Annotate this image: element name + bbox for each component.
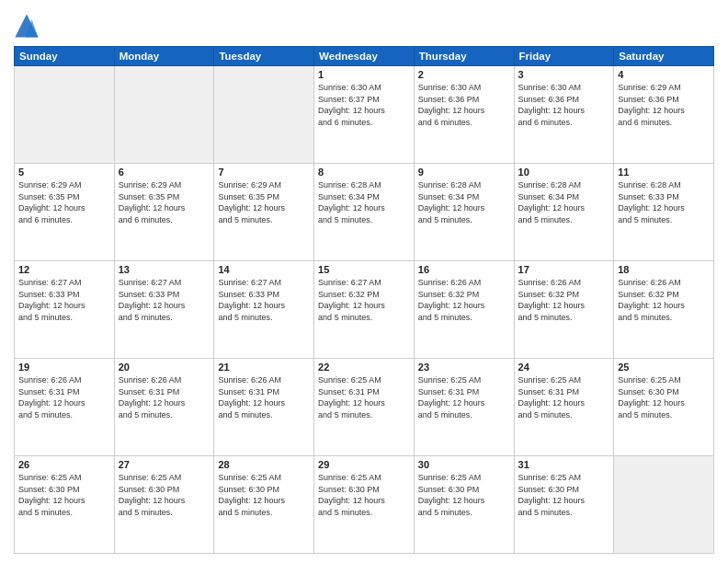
weekday-header: Monday xyxy=(114,47,214,66)
day-number: 3 xyxy=(518,69,610,80)
day-number: 7 xyxy=(218,167,310,178)
calendar-cell: 19Sunrise: 6:26 AM Sunset: 6:31 PM Dayli… xyxy=(15,359,115,456)
day-info: Sunrise: 6:25 AM Sunset: 6:30 PM Dayligh… xyxy=(119,472,210,518)
calendar-cell: 23Sunrise: 6:25 AM Sunset: 6:31 PM Dayli… xyxy=(414,359,514,456)
day-number: 9 xyxy=(418,167,510,178)
day-number: 1 xyxy=(318,69,410,80)
day-info: Sunrise: 6:28 AM Sunset: 6:33 PM Dayligh… xyxy=(618,179,710,225)
day-info: Sunrise: 6:28 AM Sunset: 6:34 PM Dayligh… xyxy=(318,179,410,225)
day-info: Sunrise: 6:28 AM Sunset: 6:34 PM Dayligh… xyxy=(518,179,610,225)
calendar-cell: 4Sunrise: 6:29 AM Sunset: 6:36 PM Daylig… xyxy=(614,66,714,164)
weekday-header: Sunday xyxy=(15,47,115,66)
logo-icon xyxy=(14,13,40,39)
day-number: 14 xyxy=(218,264,310,275)
day-number: 27 xyxy=(119,459,210,470)
day-number: 11 xyxy=(618,167,710,178)
weekday-header: Wednesday xyxy=(314,47,415,66)
day-info: Sunrise: 6:25 AM Sunset: 6:30 PM Dayligh… xyxy=(518,472,610,518)
calendar-cell: 17Sunrise: 6:26 AM Sunset: 6:32 PM Dayli… xyxy=(514,261,614,359)
day-number: 21 xyxy=(218,362,310,373)
weekday-header: Saturday xyxy=(614,47,714,66)
calendar-cell xyxy=(114,66,214,164)
calendar-cell: 27Sunrise: 6:25 AM Sunset: 6:30 PM Dayli… xyxy=(114,456,214,554)
calendar-cell xyxy=(214,66,314,164)
calendar-week-row: 12Sunrise: 6:27 AM Sunset: 6:33 PM Dayli… xyxy=(15,261,714,359)
day-info: Sunrise: 6:28 AM Sunset: 6:34 PM Dayligh… xyxy=(418,179,510,225)
calendar-cell: 16Sunrise: 6:26 AM Sunset: 6:32 PM Dayli… xyxy=(414,261,514,359)
calendar-cell: 12Sunrise: 6:27 AM Sunset: 6:33 PM Dayli… xyxy=(15,261,115,359)
calendar-cell: 20Sunrise: 6:26 AM Sunset: 6:31 PM Dayli… xyxy=(114,359,214,456)
day-info: Sunrise: 6:26 AM Sunset: 6:31 PM Dayligh… xyxy=(218,374,310,420)
day-info: Sunrise: 6:30 AM Sunset: 6:36 PM Dayligh… xyxy=(418,82,510,128)
calendar-cell: 24Sunrise: 6:25 AM Sunset: 6:31 PM Dayli… xyxy=(514,359,614,456)
day-number: 30 xyxy=(418,459,510,470)
day-number: 28 xyxy=(218,459,310,470)
day-info: Sunrise: 6:25 AM Sunset: 6:30 PM Dayligh… xyxy=(418,472,510,518)
day-info: Sunrise: 6:25 AM Sunset: 6:31 PM Dayligh… xyxy=(418,374,510,420)
day-number: 22 xyxy=(318,362,410,373)
weekday-header: Tuesday xyxy=(214,47,314,66)
day-number: 18 xyxy=(618,264,710,275)
day-number: 2 xyxy=(418,69,510,80)
day-number: 26 xyxy=(18,459,110,470)
calendar-cell: 7Sunrise: 6:29 AM Sunset: 6:35 PM Daylig… xyxy=(214,164,314,261)
day-info: Sunrise: 6:30 AM Sunset: 6:37 PM Dayligh… xyxy=(318,82,410,128)
calendar-week-row: 26Sunrise: 6:25 AM Sunset: 6:30 PM Dayli… xyxy=(15,456,714,554)
day-number: 19 xyxy=(18,362,110,373)
calendar-cell: 28Sunrise: 6:25 AM Sunset: 6:30 PM Dayli… xyxy=(214,456,314,554)
day-info: Sunrise: 6:26 AM Sunset: 6:32 PM Dayligh… xyxy=(618,277,710,323)
day-info: Sunrise: 6:25 AM Sunset: 6:30 PM Dayligh… xyxy=(318,472,410,518)
day-number: 6 xyxy=(119,167,210,178)
day-info: Sunrise: 6:29 AM Sunset: 6:35 PM Dayligh… xyxy=(218,179,310,225)
day-number: 16 xyxy=(418,264,510,275)
calendar-table: SundayMondayTuesdayWednesdayThursdayFrid… xyxy=(14,46,714,554)
calendar-cell xyxy=(614,456,714,554)
calendar-cell: 18Sunrise: 6:26 AM Sunset: 6:32 PM Dayli… xyxy=(614,261,714,359)
day-number: 8 xyxy=(318,167,410,178)
calendar-week-row: 1Sunrise: 6:30 AM Sunset: 6:37 PM Daylig… xyxy=(15,66,714,164)
day-info: Sunrise: 6:26 AM Sunset: 6:31 PM Dayligh… xyxy=(119,374,210,420)
day-number: 12 xyxy=(18,264,110,275)
calendar-cell: 2Sunrise: 6:30 AM Sunset: 6:36 PM Daylig… xyxy=(414,66,514,164)
day-info: Sunrise: 6:27 AM Sunset: 6:33 PM Dayligh… xyxy=(218,277,310,323)
day-info: Sunrise: 6:25 AM Sunset: 6:31 PM Dayligh… xyxy=(318,374,410,420)
day-number: 5 xyxy=(18,167,110,178)
day-number: 4 xyxy=(618,69,710,80)
day-number: 29 xyxy=(318,459,410,470)
day-number: 24 xyxy=(518,362,610,373)
day-number: 23 xyxy=(418,362,510,373)
calendar-cell xyxy=(15,66,115,164)
day-number: 13 xyxy=(119,264,210,275)
calendar-cell: 26Sunrise: 6:25 AM Sunset: 6:30 PM Dayli… xyxy=(15,456,115,554)
calendar-cell: 6Sunrise: 6:29 AM Sunset: 6:35 PM Daylig… xyxy=(114,164,214,261)
day-info: Sunrise: 6:25 AM Sunset: 6:31 PM Dayligh… xyxy=(518,374,610,420)
calendar-cell: 30Sunrise: 6:25 AM Sunset: 6:30 PM Dayli… xyxy=(414,456,514,554)
day-info: Sunrise: 6:29 AM Sunset: 6:36 PM Dayligh… xyxy=(618,82,710,128)
calendar-cell: 14Sunrise: 6:27 AM Sunset: 6:33 PM Dayli… xyxy=(214,261,314,359)
calendar-week-row: 19Sunrise: 6:26 AM Sunset: 6:31 PM Dayli… xyxy=(15,359,714,456)
day-number: 17 xyxy=(518,264,610,275)
calendar-cell: 5Sunrise: 6:29 AM Sunset: 6:35 PM Daylig… xyxy=(15,164,115,261)
calendar-cell: 10Sunrise: 6:28 AM Sunset: 6:34 PM Dayli… xyxy=(514,164,614,261)
day-info: Sunrise: 6:26 AM Sunset: 6:32 PM Dayligh… xyxy=(418,277,510,323)
calendar-cell: 9Sunrise: 6:28 AM Sunset: 6:34 PM Daylig… xyxy=(414,164,514,261)
weekday-header: Friday xyxy=(514,47,614,66)
day-info: Sunrise: 6:30 AM Sunset: 6:36 PM Dayligh… xyxy=(518,82,610,128)
page: SundayMondayTuesdayWednesdayThursdayFrid… xyxy=(0,0,728,563)
header xyxy=(14,9,714,39)
day-number: 31 xyxy=(518,459,610,470)
day-info: Sunrise: 6:25 AM Sunset: 6:30 PM Dayligh… xyxy=(618,374,710,420)
day-info: Sunrise: 6:29 AM Sunset: 6:35 PM Dayligh… xyxy=(18,179,110,225)
weekday-header: Thursday xyxy=(414,47,514,66)
day-info: Sunrise: 6:29 AM Sunset: 6:35 PM Dayligh… xyxy=(119,179,210,225)
day-info: Sunrise: 6:27 AM Sunset: 6:32 PM Dayligh… xyxy=(318,277,410,323)
day-info: Sunrise: 6:27 AM Sunset: 6:33 PM Dayligh… xyxy=(18,277,110,323)
day-number: 25 xyxy=(618,362,710,373)
calendar-cell: 8Sunrise: 6:28 AM Sunset: 6:34 PM Daylig… xyxy=(314,164,415,261)
day-info: Sunrise: 6:25 AM Sunset: 6:30 PM Dayligh… xyxy=(18,472,110,518)
weekday-header-row: SundayMondayTuesdayWednesdayThursdayFrid… xyxy=(15,47,714,66)
day-info: Sunrise: 6:27 AM Sunset: 6:33 PM Dayligh… xyxy=(119,277,210,323)
calendar-cell: 31Sunrise: 6:25 AM Sunset: 6:30 PM Dayli… xyxy=(514,456,614,554)
day-info: Sunrise: 6:26 AM Sunset: 6:32 PM Dayligh… xyxy=(518,277,610,323)
calendar-cell: 11Sunrise: 6:28 AM Sunset: 6:33 PM Dayli… xyxy=(614,164,714,261)
